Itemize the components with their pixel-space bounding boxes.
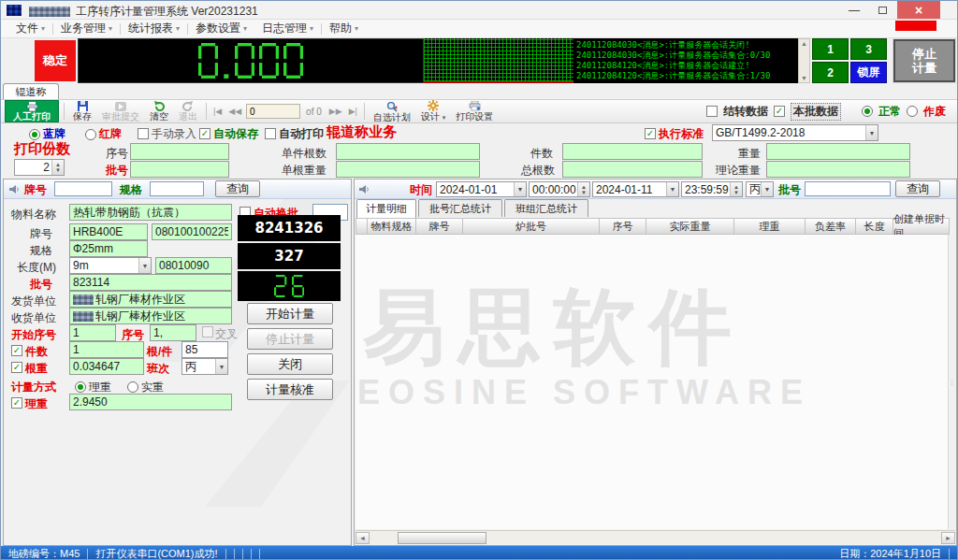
col-length[interactable]: 长度 [856,218,893,235]
weight-input[interactable] [766,143,910,160]
col-material-spec[interactable]: 物料规格 [368,218,416,235]
root-weight-input[interactable] [69,358,144,375]
tab-batch-summary[interactable]: 批号汇总统计 [418,199,502,217]
col-brand[interactable]: 牌号 [416,218,463,235]
shift-filter-select[interactable]: 丙▼ [746,181,774,197]
menu-settings[interactable]: 参数设置▾ [188,21,254,36]
col-created-time[interactable]: 创建单据时间 [893,218,950,235]
red-plate-radio[interactable] [85,129,96,140]
manual-print-button[interactable]: 人工打印 [5,100,59,122]
blue-plate-radio[interactable] [29,129,40,140]
query-button[interactable]: 查询 [215,180,260,197]
date-to-select[interactable]: 2024-01-11▼ [592,181,679,197]
length-code-input[interactable] [155,257,232,274]
search-spec-input[interactable] [150,181,204,196]
custom-plan-button[interactable]: 自选计划 [370,100,414,122]
lp-pieces-input[interactable] [69,341,144,358]
keypad-button-3[interactable]: 3 [850,38,887,60]
menu-help[interactable]: 帮助▾ [322,21,366,36]
print-setup-button[interactable]: 打印设置 [452,100,497,122]
stop-metering-secondary-button[interactable]: 停止计量 [247,328,333,350]
scroll-up-icon[interactable]: ▲ [801,40,807,47]
scroll-down-icon[interactable]: ▼ [801,75,807,81]
col-actual-weight[interactable]: 实际重量 [646,218,734,235]
col-neg-tolerance[interactable]: 负差率 [806,218,856,235]
shift-select[interactable]: 丙▼ [181,358,228,375]
single-weight-input[interactable] [336,161,480,178]
keypad-button-2[interactable]: 2 [812,62,849,83]
brand-input[interactable] [69,223,148,240]
design-button[interactable]: 设计 ▾ [417,100,449,122]
nav-prev-icon[interactable]: ◀◀ [226,107,243,116]
scrollbar-thumb[interactable] [398,532,486,544]
nav-first-icon[interactable]: |◀ [211,107,224,116]
stepper-arrows-icon[interactable]: ▲▼ [51,160,64,175]
length-select[interactable]: 9m▼ [69,257,152,274]
carryover-data-checkbox[interactable] [706,106,718,117]
col-serial[interactable]: 序号 [600,218,646,235]
approve-submit-button[interactable]: 审批提交 [98,100,143,122]
current-batch-checkbox[interactable] [774,106,785,117]
metering-verify-button[interactable]: 计量核准 [247,379,333,400]
restore-button[interactable] [869,1,895,19]
scroll-left-icon[interactable]: ◄ [356,532,370,544]
total-roots-input[interactable] [562,161,703,178]
auto-save-checkbox[interactable] [199,128,210,139]
theory-weight-input[interactable] [766,161,910,178]
nav-next-icon[interactable]: ▶▶ [327,107,344,116]
shipper-input[interactable]: 轧钢厂棒材作业区 [69,291,232,308]
save-button[interactable]: 保存 [69,100,95,122]
tab-metering-detail[interactable]: 计量明细 [356,199,416,218]
menu-logs[interactable]: 日志管理▾ [254,21,321,36]
keypad-button-1[interactable]: 1 [812,38,849,60]
menu-reports[interactable]: 统计报表▾ [121,21,187,36]
horizontal-scrollbar[interactable]: ◄ ► [356,530,955,544]
theory-checkbox[interactable] [11,397,22,409]
pieces-checkbox[interactable] [11,345,22,356]
serial-input[interactable] [130,143,229,160]
time-from-stepper[interactable]: 00:00:00▲▼ [529,181,590,197]
tab-shift-summary[interactable]: 班组汇总统计 [504,199,588,217]
record-number-input[interactable] [246,104,300,119]
batch-input[interactable] [130,161,229,178]
col-heat-batch[interactable]: 炉批号 [463,218,600,235]
date-from-select[interactable]: 2024-01-01▼ [436,181,527,197]
manual-entry-checkbox[interactable] [138,128,149,139]
col-theory-weight[interactable]: 理重 [734,218,806,235]
minimize-button[interactable]: — [841,1,867,19]
theory-input[interactable] [69,394,232,410]
serial-no-input[interactable] [150,324,196,341]
method-actual-radio[interactable] [127,381,138,393]
pieces-input[interactable] [562,143,703,160]
stepper-arrows-icon[interactable]: ▲▼ [730,182,742,196]
spec-input[interactable] [69,240,148,257]
lock-screen-button[interactable]: 锁屏 [850,62,887,83]
batch-filter-input[interactable] [805,181,891,196]
log-scrollbar[interactable]: ▲▼ [798,38,810,83]
void-radio[interactable] [907,106,918,117]
clear-button[interactable]: 清空 [146,100,172,122]
stepper-arrows-icon[interactable]: ▲▼ [577,182,589,196]
print-copies-stepper[interactable]: 2▲▼ [14,159,65,176]
exit-button[interactable]: 退出 [175,100,201,122]
records-query-button[interactable]: 查询 [895,180,940,197]
menu-business[interactable]: 业务管理▾ [53,21,120,36]
close-button[interactable]: × [897,1,940,19]
auto-print-checkbox[interactable] [265,128,276,139]
start-serial-input[interactable] [69,324,116,341]
pieces-per-input[interactable] [336,143,480,160]
close-panel-button[interactable]: 关闭 [247,353,333,375]
normal-radio[interactable] [862,106,873,117]
exec-standard-checkbox[interactable] [645,128,656,139]
vertical-splitter[interactable]: ⋮ [948,235,955,529]
scroll-right-icon[interactable]: ► [941,532,955,544]
roots-per-piece-input[interactable] [181,341,228,358]
stop-metering-button[interactable]: 停止计量 [893,39,955,82]
exec-standard-select[interactable]: GB/T1499.2-2018▼ [712,124,878,141]
menu-file[interactable]: 文件▾ [8,21,52,36]
receiver-input[interactable]: 轧钢厂棒材作业区 [69,308,232,324]
root-weight-checkbox[interactable] [11,362,22,373]
tab-roller-scale[interactable]: 辊道称 [3,83,59,99]
nav-last-icon[interactable]: ▶| [347,107,359,116]
search-brand-input[interactable] [54,181,112,196]
